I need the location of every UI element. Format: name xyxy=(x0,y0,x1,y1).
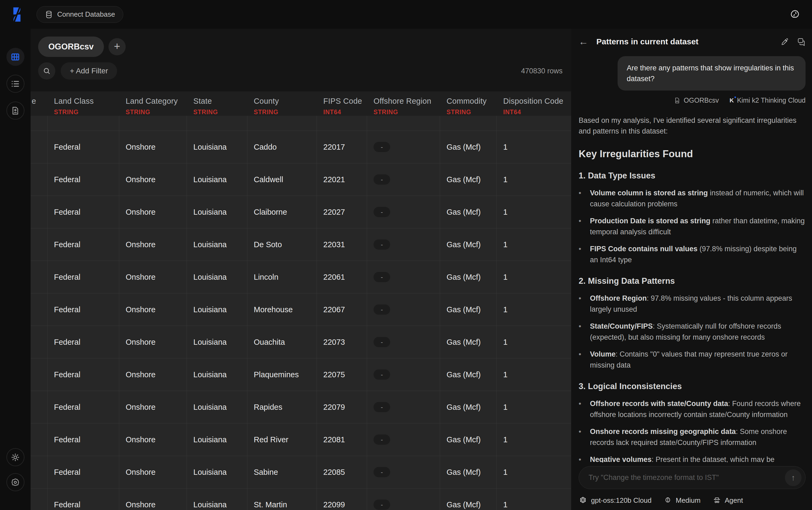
cell-offshore-region[interactable]: - xyxy=(367,488,440,510)
cell-disposition-code[interactable]: 1 xyxy=(497,131,571,163)
column-header[interactable]: FIPS Code INT64 xyxy=(317,91,367,116)
cell-land-category[interactable]: Onshore xyxy=(119,228,187,261)
app-logo-icon[interactable] xyxy=(9,7,25,22)
cell-state[interactable]: Louisiana xyxy=(187,261,247,293)
cell-fips[interactable]: 22017 xyxy=(317,131,367,163)
cell-offshore-region[interactable]: - xyxy=(367,261,440,293)
cell-fips[interactable]: 22081 xyxy=(317,423,367,456)
cell-partial[interactable] xyxy=(31,196,48,228)
cell-commodity[interactable]: Gas (Mcf) xyxy=(440,423,497,456)
cell-land-category[interactable]: Onshore xyxy=(119,456,187,488)
cell-land-category[interactable]: Onshore xyxy=(119,163,187,196)
cell-fips[interactable]: 22099 xyxy=(317,488,367,510)
cell-partial[interactable] xyxy=(31,261,48,293)
cell-offshore-region[interactable]: - xyxy=(367,131,440,163)
cell-disposition-code[interactable]: 1 xyxy=(497,456,571,488)
tab-ogorbcsv[interactable]: OGORBcsv xyxy=(38,36,104,57)
cell-commodity[interactable]: Gas (Mcf) xyxy=(440,228,497,261)
cell-county[interactable]: De Soto xyxy=(247,228,317,261)
cell-land-class[interactable]: Federal xyxy=(48,293,119,326)
cell-offshore-region[interactable]: - xyxy=(367,326,440,359)
cell-commodity[interactable]: Gas (Mcf) xyxy=(440,359,497,391)
cell-fips[interactable]: 22067 xyxy=(317,293,367,326)
cell-fips[interactable]: 22079 xyxy=(317,391,367,423)
column-header[interactable]: State STRING xyxy=(187,91,247,116)
cell-fips[interactable]: 22027 xyxy=(317,196,367,228)
send-button[interactable]: ↑ xyxy=(785,470,802,486)
cell-commodity[interactable]: Gas (Mcf) xyxy=(440,293,497,326)
cell-disposition-code[interactable]: 1 xyxy=(497,196,571,228)
cell-county[interactable]: Ouachita xyxy=(247,326,317,359)
cell-state[interactable]: Louisiana xyxy=(187,488,247,510)
cell-disposition-code[interactable]: 1 xyxy=(497,261,571,293)
column-header[interactable]: Land Class STRING xyxy=(48,91,119,116)
cell-partial[interactable] xyxy=(31,163,48,196)
cell-land-category[interactable]: Onshore xyxy=(119,261,187,293)
cell-disposition-code[interactable]: 1 xyxy=(497,228,571,261)
cell-state[interactable]: Louisiana xyxy=(187,196,247,228)
cell-land-category[interactable]: Onshore xyxy=(119,359,187,391)
cell-partial[interactable] xyxy=(31,391,48,423)
cell-county[interactable]: St. Martin xyxy=(247,488,317,510)
cell-fips[interactable]: 22075 xyxy=(317,359,367,391)
cell-county[interactable]: Caldwell xyxy=(247,163,317,196)
column-header-partial[interactable]: e xyxy=(31,91,48,116)
column-header[interactable]: County STRING xyxy=(247,91,317,116)
cell-land-category[interactable]: Onshore xyxy=(119,423,187,456)
cell-state[interactable]: Louisiana xyxy=(187,326,247,359)
cell-commodity[interactable]: Gas (Mcf) xyxy=(440,163,497,196)
cell-disposition-code[interactable]: 1 xyxy=(497,391,571,423)
cell-partial[interactable] xyxy=(31,423,48,456)
cell-fips[interactable]: 22073 xyxy=(317,326,367,359)
cell-commodity[interactable]: Gas (Mcf) xyxy=(440,196,497,228)
cell-land-category[interactable]: Onshore xyxy=(119,326,187,359)
cell-land-class[interactable]: Federal xyxy=(48,261,119,293)
edit-pencil-icon[interactable] xyxy=(781,38,789,46)
add-tab-button[interactable]: + xyxy=(109,38,126,55)
cell-land-class[interactable]: Federal xyxy=(48,163,119,196)
sidebar-item-list-view[interactable] xyxy=(6,75,24,93)
cell-county[interactable]: Plaquemines xyxy=(247,359,317,391)
cell-offshore-region[interactable]: - xyxy=(367,163,440,196)
cell-state[interactable]: Louisiana xyxy=(187,131,247,163)
cell-county[interactable]: Lincoln xyxy=(247,261,317,293)
cell-state[interactable]: Louisiana xyxy=(187,293,247,326)
cell-commodity[interactable]: Gas (Mcf) xyxy=(440,456,497,488)
agent-mode-selector[interactable]: Agent xyxy=(713,496,743,505)
cell-county[interactable]: Red River xyxy=(247,423,317,456)
cell-land-class[interactable]: Federal xyxy=(48,196,119,228)
cell-state[interactable]: Louisiana xyxy=(187,359,247,391)
cell-land-class[interactable]: Federal xyxy=(48,423,119,456)
cell-land-class[interactable]: Federal xyxy=(48,131,119,163)
cell-partial[interactable] xyxy=(31,359,48,391)
cell-state[interactable]: Louisiana xyxy=(187,423,247,456)
cell-commodity[interactable]: Gas (Mcf) xyxy=(440,131,497,163)
cell-land-category[interactable]: Onshore xyxy=(119,293,187,326)
cell-state[interactable]: Louisiana xyxy=(187,163,247,196)
settings-button[interactable] xyxy=(6,473,24,491)
cell-partial[interactable] xyxy=(31,293,48,326)
cell-disposition-code[interactable]: 1 xyxy=(497,359,571,391)
cell-partial[interactable] xyxy=(31,228,48,261)
cell-land-category[interactable]: Onshore xyxy=(119,196,187,228)
theme-toggle-button[interactable] xyxy=(6,448,24,466)
sidebar-item-file-changes[interactable] xyxy=(6,102,24,119)
cell-land-class[interactable]: Federal xyxy=(48,326,119,359)
cell-land-class[interactable]: Federal xyxy=(48,488,119,510)
cell-offshore-region[interactable]: - xyxy=(367,196,440,228)
cell-disposition-code[interactable]: 1 xyxy=(497,163,571,196)
cell-land-category[interactable]: Onshore xyxy=(119,391,187,423)
cell-disposition-code[interactable]: 1 xyxy=(497,423,571,456)
connect-database-button[interactable]: Connect Database xyxy=(36,6,123,23)
new-chat-icon[interactable] xyxy=(797,37,806,46)
cell-land-class[interactable]: Federal xyxy=(48,391,119,423)
cell-land-class[interactable]: Federal xyxy=(48,228,119,261)
cell-disposition-code[interactable]: 1 xyxy=(497,488,571,510)
cell-offshore-region[interactable]: - xyxy=(367,228,440,261)
column-header[interactable]: Land Category STRING xyxy=(119,91,187,116)
cell-land-category[interactable]: Onshore xyxy=(119,131,187,163)
cell-commodity[interactable]: Gas (Mcf) xyxy=(440,391,497,423)
cell-commodity[interactable]: Gas (Mcf) xyxy=(440,326,497,359)
sidebar-item-table-view[interactable] xyxy=(6,48,24,66)
cell-disposition-code[interactable]: 1 xyxy=(497,326,571,359)
